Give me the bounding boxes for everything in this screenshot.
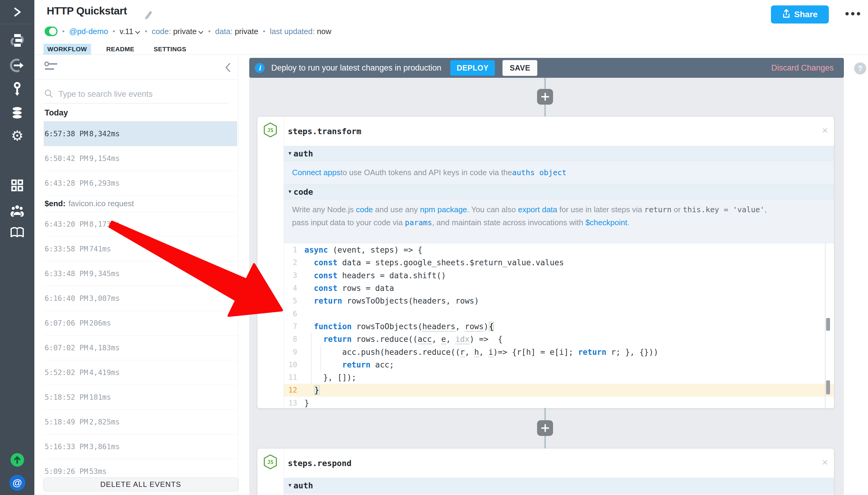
- code-line[interactable]: 8 return rows.reduce((acc, e, idx) => {: [284, 333, 834, 345]
- tab-readme[interactable]: README: [103, 44, 138, 54]
- text-segment: ,: [465, 347, 474, 357]
- text-segment: [305, 335, 324, 344]
- text-segment: or: [672, 205, 683, 214]
- code-text: }: [300, 386, 319, 395]
- text-segment: return: [644, 205, 672, 214]
- apps-grid-icon[interactable]: [0, 178, 34, 193]
- inline-link[interactable]: params: [405, 218, 432, 227]
- code-visibility-dropdown[interactable]: code: private: [152, 27, 204, 36]
- event-label-row[interactable]: $end:favicon.ico request: [44, 195, 237, 212]
- account-avatar[interactable]: @: [0, 475, 34, 491]
- help-button[interactable]: ?: [854, 63, 866, 74]
- line-number: 2: [284, 258, 300, 267]
- expand-chevron-icon[interactable]: [0, 5, 34, 19]
- code-section-header[interactable]: ▼ code: [284, 184, 834, 199]
- code-line[interactable]: 2 const data = steps.google_sheets.$retu…: [284, 256, 834, 269]
- text-segment: . You can also: [467, 205, 518, 214]
- keys-icon[interactable]: [0, 82, 34, 97]
- text-segment: [305, 271, 314, 280]
- text-segment: headers = data.shift(): [337, 271, 446, 280]
- code-line[interactable]: 1async (event, steps) => {: [284, 243, 834, 256]
- deploy-message: Deploy to run your latest changes in pro…: [271, 63, 441, 73]
- deploy-button[interactable]: DEPLOY: [450, 60, 495, 76]
- code-line[interactable]: 12 }: [284, 384, 834, 396]
- docs-book-icon[interactable]: [0, 226, 34, 240]
- save-button[interactable]: SAVE: [502, 60, 537, 76]
- event-row[interactable]: 6:16:40 PM3,007ms: [44, 286, 237, 311]
- inline-link[interactable]: npm package: [420, 205, 467, 214]
- line-number: 4: [284, 284, 300, 292]
- line-number: 11: [284, 373, 300, 382]
- inline-link[interactable]: code: [356, 205, 373, 214]
- editor-scrollbar-thumb[interactable]: [826, 380, 830, 394]
- version-dropdown[interactable]: v.11: [120, 27, 140, 36]
- filter-icon[interactable]: [44, 61, 58, 74]
- code-line[interactable]: 5 return rowsToObjects(headers, rows): [284, 294, 834, 307]
- inline-link[interactable]: $checkpoint: [585, 218, 627, 227]
- close-step-icon[interactable]: ×: [822, 457, 828, 467]
- code-line[interactable]: 7 function rowsToObjects(headers, rows){: [284, 320, 834, 333]
- event-sources-icon[interactable]: [0, 58, 34, 73]
- auth-section-header[interactable]: ▼ auth: [284, 478, 834, 493]
- auth-section-content: [284, 493, 834, 495]
- event-row[interactable]: 5:18:52 PM181ms: [44, 385, 237, 410]
- meta-bullet: •: [62, 27, 65, 36]
- code-lines: 1async (event, steps) => {2 const data =…: [284, 243, 834, 409]
- event-time: 6:16:40 PM: [45, 294, 89, 303]
- community-icon[interactable]: [0, 203, 34, 217]
- event-row[interactable]: 6:43:28 PM6,293ms: [44, 171, 237, 195]
- whats-new-icon[interactable]: [0, 453, 34, 467]
- editor-scrollbar-thumb[interactable]: [826, 318, 830, 331]
- auth-section-header[interactable]: ▼ auth: [284, 146, 834, 161]
- tab-settings[interactable]: SETTINGS: [150, 44, 190, 54]
- code-line[interactable]: 10 return acc;: [284, 358, 834, 371]
- search-input[interactable]: [58, 89, 228, 99]
- workflows-icon[interactable]: [0, 33, 34, 48]
- inline-link[interactable]: export data: [518, 205, 557, 214]
- inline-link[interactable]: auths object: [512, 168, 567, 177]
- code-line[interactable]: 4 const rows = data: [284, 282, 834, 294]
- workflow-active-toggle[interactable]: [45, 27, 57, 36]
- event-row[interactable]: 5:52:02 PM4,419ms: [44, 360, 237, 385]
- code-line[interactable]: 11 }, []);: [284, 371, 834, 384]
- event-row[interactable]: 6:50:42 PM9,154ms: [44, 146, 237, 171]
- event-row[interactable]: 5:16:33 PM3,861ms: [44, 434, 237, 459]
- close-step-icon[interactable]: ×: [822, 125, 828, 135]
- share-button[interactable]: Share: [771, 5, 829, 23]
- event-row[interactable]: 6:33:48 PM9,345ms: [44, 261, 237, 286]
- code-line[interactable]: 13}: [284, 397, 834, 409]
- event-row[interactable]: 6:07:06 PM206ms: [44, 311, 237, 336]
- add-step-button[interactable]: [537, 420, 553, 436]
- edit-title-icon[interactable]: [143, 8, 154, 21]
- collapse-panel-icon[interactable]: [224, 63, 231, 74]
- meta-bullet: •: [145, 27, 147, 36]
- settings-gear-icon[interactable]: ⚙: [0, 129, 34, 143]
- meta-bullet: •: [208, 27, 210, 36]
- event-row[interactable]: 6:07:02 PM4,183ms: [44, 336, 237, 360]
- more-options-button[interactable]: [845, 12, 860, 15]
- text-segment: headers: [422, 322, 455, 331]
- event-row[interactable]: 6:43:20 PM8,173ms: [44, 212, 237, 237]
- delete-all-events-button[interactable]: DELETE ALL EVENTS: [44, 478, 238, 491]
- code-line[interactable]: 9 acc.push(headers.reduce((r, h, i)=> {r…: [284, 345, 834, 358]
- tab-workflow[interactable]: WORKFLOW: [44, 44, 91, 54]
- discard-changes-link[interactable]: Discard Changes: [771, 63, 834, 73]
- event-row[interactable]: 6:57:38 PM8,342ms: [44, 121, 237, 146]
- code-editor[interactable]: 1async (event, steps) => {2 const data =…: [284, 243, 834, 409]
- add-step-button[interactable]: [537, 89, 553, 105]
- description-line: pass input data to your code via params,…: [292, 216, 822, 229]
- line-number: 9: [284, 348, 300, 356]
- owner-link[interactable]: @pd-demo: [69, 27, 108, 36]
- code-line[interactable]: 6: [284, 307, 834, 320]
- text-segment: ) => {: [470, 335, 503, 344]
- data-stores-icon[interactable]: [0, 106, 34, 120]
- code-line[interactable]: 3 const headers = data.shift(): [284, 269, 834, 282]
- text-segment: }: [305, 398, 309, 408]
- inline-link[interactable]: Connect apps: [292, 168, 340, 177]
- event-row[interactable]: 6:33:58 PM741ms: [44, 237, 237, 261]
- text-segment: [305, 296, 314, 305]
- event-row[interactable]: 5:18:49 PM2,825ms: [44, 410, 237, 434]
- text-segment: return: [578, 347, 606, 357]
- event-duration: 181ms: [89, 393, 111, 402]
- nodejs-icon: JS: [263, 122, 278, 139]
